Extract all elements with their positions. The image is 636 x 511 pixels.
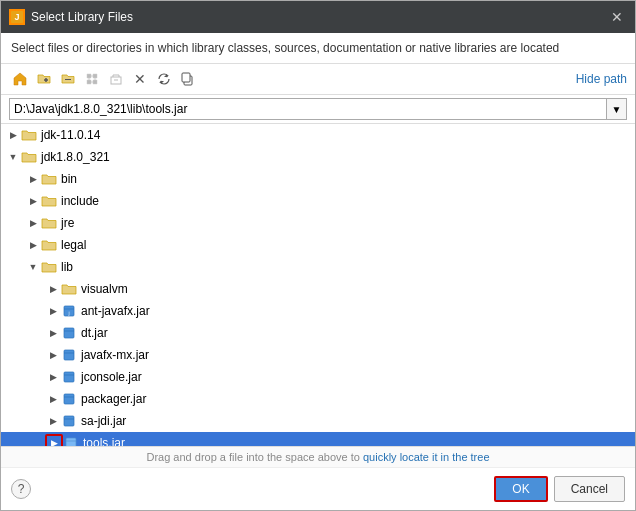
folder-icon (41, 193, 57, 209)
tree-item-lib[interactable]: ▼ lib (1, 256, 635, 278)
jar-icon (61, 413, 77, 429)
copy-btn[interactable] (177, 68, 199, 90)
tree-item-dt[interactable]: ▶ dt.jar (1, 322, 635, 344)
toolbar: ✕ Hide path (1, 64, 635, 95)
expand-icon: ▶ (45, 325, 61, 341)
svg-text:J: J (14, 12, 19, 22)
expand-icon: ▶ (45, 391, 61, 407)
tree-item-packager[interactable]: ▶ packager.jar (1, 388, 635, 410)
jar-icon: j (61, 303, 77, 319)
expand-icon: ▶ (45, 413, 61, 429)
svg-rect-4 (65, 79, 71, 80)
expand-btn[interactable] (81, 68, 103, 90)
expand-icon: ▶ (25, 215, 41, 231)
folder-icon (21, 149, 37, 165)
tree-item-include[interactable]: ▶ include (1, 190, 635, 212)
file-tree[interactable]: ▶ jdk-11.0.14 ▼ jdk1.8.0_321 ▶ bin ▶ (1, 124, 635, 447)
svg-rect-17 (64, 394, 74, 404)
tree-item-visualvm[interactable]: ▶ visualvm (1, 278, 635, 300)
expand-icon: ▶ (25, 237, 41, 253)
folder-btn[interactable] (57, 68, 79, 90)
folder-icon (61, 281, 77, 297)
jar-icon (61, 391, 77, 407)
item-label: packager.jar (81, 392, 146, 406)
drag-hint: Drag and drop a file into the space abov… (1, 447, 635, 468)
tree-item-jconsole[interactable]: ▶ jconsole.jar (1, 366, 635, 388)
jar-icon (61, 325, 77, 341)
expand-icon: ▶ (45, 434, 63, 447)
tree-item-bin[interactable]: ▶ bin (1, 168, 635, 190)
item-label: dt.jar (81, 326, 108, 340)
svg-text:j: j (67, 310, 69, 316)
item-label: visualvm (81, 282, 128, 296)
expand-icon: ▼ (5, 149, 21, 165)
dialog-title: Select Library Files (31, 10, 607, 24)
item-label: lib (61, 260, 73, 274)
jar-icon (61, 347, 77, 363)
svg-rect-7 (182, 73, 190, 82)
drag-hint-text: Drag and drop a file into the space abov… (146, 451, 362, 463)
folder-icon (41, 259, 57, 275)
item-label: include (61, 194, 99, 208)
expand-icon: ▶ (45, 281, 61, 297)
ok-button[interactable]: OK (494, 476, 547, 502)
tree-item-jdk11[interactable]: ▶ jdk-11.0.14 (1, 124, 635, 146)
tree-item-jdk18[interactable]: ▼ jdk1.8.0_321 (1, 146, 635, 168)
item-label: legal (61, 238, 86, 252)
description-text: Select files or directories in which lib… (1, 33, 635, 64)
refresh-btn[interactable] (153, 68, 175, 90)
close-button[interactable]: ✕ (607, 7, 627, 27)
new-folder-btn[interactable] (33, 68, 55, 90)
button-bar: ? OK Cancel (1, 468, 635, 510)
title-bar: J Select Library Files ✕ (1, 1, 635, 33)
jar-icon (61, 369, 77, 385)
folder-icon (41, 171, 57, 187)
home-btn[interactable] (9, 68, 31, 90)
tree-item-legal[interactable]: ▶ legal (1, 234, 635, 256)
help-button[interactable]: ? (11, 479, 31, 499)
expand-icon: ▶ (25, 193, 41, 209)
svg-rect-13 (64, 350, 74, 360)
expand-icon: ▶ (45, 347, 61, 363)
svg-rect-21 (66, 438, 76, 447)
hide-path-link[interactable]: Hide path (576, 72, 627, 86)
svg-rect-15 (64, 372, 74, 382)
app-icon: J (9, 9, 25, 25)
item-label: jdk-11.0.14 (41, 128, 100, 142)
expand-icon: ▼ (25, 259, 41, 275)
path-input[interactable] (9, 98, 607, 120)
item-label: ant-javafx.jar (81, 304, 150, 318)
dialog: J Select Library Files ✕ Select files or… (0, 0, 636, 511)
jar-icon (63, 435, 79, 447)
item-label: jdk1.8.0_321 (41, 150, 110, 164)
expand-icon: ▶ (45, 369, 61, 385)
item-label: javafx-mx.jar (81, 348, 149, 362)
item-label: jre (61, 216, 74, 230)
expand-icon: ▶ (5, 127, 21, 143)
folder-icon (21, 127, 37, 143)
item-label: tools.jar (83, 436, 125, 447)
tree-item-jre[interactable]: ▶ jre (1, 212, 635, 234)
svg-rect-19 (64, 416, 74, 426)
item-label: sa-jdi.jar (81, 414, 126, 428)
expand-icon: ▶ (25, 171, 41, 187)
tree-item-javafx-mx[interactable]: ▶ javafx-mx.jar (1, 344, 635, 366)
tree-item-ant-javafx[interactable]: ▶ j ant-javafx.jar (1, 300, 635, 322)
drag-hint-link[interactable]: quickly locate it in the tree (363, 451, 490, 463)
path-dropdown-btn[interactable]: ▼ (607, 98, 627, 120)
collapse-btn[interactable] (105, 68, 127, 90)
item-label: bin (61, 172, 77, 186)
cancel-button[interactable]: Cancel (554, 476, 625, 502)
svg-rect-11 (64, 328, 74, 338)
folder-icon (41, 237, 57, 253)
item-label: jconsole.jar (81, 370, 142, 384)
expand-icon: ▶ (45, 303, 61, 319)
delete-btn[interactable]: ✕ (129, 68, 151, 90)
path-bar: ▼ (1, 95, 635, 124)
tree-item-sa-jdi[interactable]: ▶ sa-jdi.jar (1, 410, 635, 432)
folder-icon (41, 215, 57, 231)
tree-item-tools[interactable]: ▶ tools.jar (1, 432, 635, 447)
